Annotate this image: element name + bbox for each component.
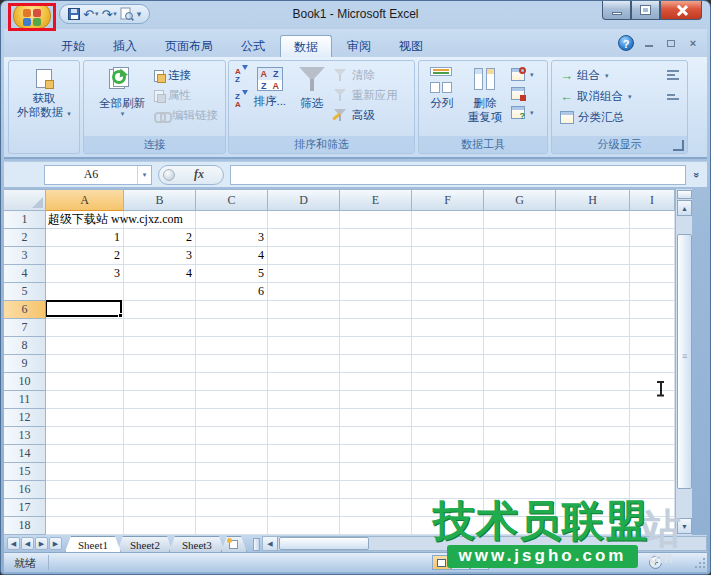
row-header-1[interactable]: 1 [4,211,46,229]
cell-A14[interactable] [46,445,124,463]
cell-H7[interactable] [556,319,630,337]
cell-I13[interactable] [630,427,675,445]
cell-H1[interactable] [556,211,630,229]
cell-G15[interactable] [484,463,556,481]
cell-A15[interactable] [46,463,124,481]
cell-E6[interactable] [340,301,412,319]
properties-button[interactable]: 属性 [154,88,218,103]
row-header-13[interactable]: 13 [4,427,46,445]
refresh-all-button[interactable]: 全部刷新 ▾ [92,61,152,136]
cell-B5[interactable] [124,283,196,301]
help-button[interactable]: ? [618,35,634,51]
cell-H11[interactable] [556,391,630,409]
cell-G9[interactable] [484,355,556,373]
cell-D17[interactable] [268,499,340,517]
cell-C18[interactable] [196,517,268,535]
cell-B13[interactable] [124,427,196,445]
cell-G7[interactable] [484,319,556,337]
edit-links-button[interactable]: 编辑链接 [154,108,218,123]
cell-G4[interactable] [484,265,556,283]
close-button[interactable] [660,1,702,20]
column-header-A[interactable]: A [46,189,124,211]
cell-C1[interactable] [196,211,268,229]
formula-input[interactable] [230,165,686,185]
cell-C3[interactable]: 4 [196,247,268,265]
cell-C8[interactable] [196,337,268,355]
cell-G2[interactable] [484,229,556,247]
cell-grid[interactable]: 超级下载站 www.cjxz.com 1232343456 [46,211,675,535]
cell-I2[interactable] [630,229,675,247]
cell-G1[interactable] [484,211,556,229]
cell-H4[interactable] [556,265,630,283]
select-all-corner[interactable] [4,189,46,211]
get-external-data-button[interactable]: 获取 外部数据 ▾ [9,61,79,121]
cell-C2[interactable]: 3 [196,229,268,247]
cell-D7[interactable] [268,319,340,337]
cell-E12[interactable] [340,409,412,427]
cell-B12[interactable] [124,409,196,427]
row-header-15[interactable]: 15 [4,463,46,481]
cell-A11[interactable] [46,391,124,409]
cell-D13[interactable] [268,427,340,445]
cell-F2[interactable] [412,229,484,247]
cell-D6[interactable] [268,301,340,319]
tab-split-handle[interactable] [253,538,260,551]
cell-B15[interactable] [124,463,196,481]
cell-E14[interactable] [340,445,412,463]
cell-B17[interactable] [124,499,196,517]
cell-F14[interactable] [412,445,484,463]
sort-ascending-button[interactable]: AZ [235,68,248,84]
scroll-up-button[interactable]: ▲ [677,200,692,216]
cell-C7[interactable] [196,319,268,337]
column-header-H[interactable]: H [556,189,630,211]
cell-I10[interactable] [630,373,675,391]
tab-data[interactable]: 数据 [280,35,332,57]
sheet-tab-sheet2[interactable]: Sheet2 [117,536,173,552]
cell-F9[interactable] [412,355,484,373]
cell-A5[interactable] [46,283,124,301]
cell-E13[interactable] [340,427,412,445]
cell-I8[interactable] [630,337,675,355]
next-sheet-button[interactable]: ▶ [35,537,48,550]
tab-page-layout[interactable]: 页面布局 [152,35,226,57]
cell-G6[interactable] [484,301,556,319]
cell-E9[interactable] [340,355,412,373]
cell-E1[interactable] [340,211,412,229]
column-header-B[interactable]: B [124,189,196,211]
cell-F6[interactable] [412,301,484,319]
column-header-C[interactable]: C [196,189,268,211]
cell-H13[interactable] [556,427,630,445]
cell-D4[interactable] [268,265,340,283]
cell-B2[interactable]: 2 [124,229,196,247]
hide-detail-button[interactable] [665,90,681,104]
remove-duplicates-button[interactable]: 删除重复项 [463,61,507,136]
column-header-E[interactable]: E [340,189,412,211]
cell-D18[interactable] [268,517,340,535]
cell-G8[interactable] [484,337,556,355]
cell-I3[interactable] [630,247,675,265]
insert-worksheet-button[interactable] [221,536,247,552]
cell-C15[interactable] [196,463,268,481]
cell-I1[interactable] [630,211,675,229]
cell-I12[interactable] [630,409,675,427]
cell-D1[interactable] [268,211,340,229]
sort-descending-button[interactable]: ZA [235,93,248,109]
cell-D12[interactable] [268,409,340,427]
name-box[interactable]: A6 ▾ [44,165,152,185]
cell-A3[interactable]: 2 [46,247,124,265]
cell-H14[interactable] [556,445,630,463]
cell-E17[interactable] [340,499,412,517]
advanced-filter-button[interactable]: 高级 [334,108,398,123]
cell-H8[interactable] [556,337,630,355]
connections-button[interactable]: 连接 [154,68,218,83]
cell-D2[interactable] [268,229,340,247]
cell-G11[interactable] [484,391,556,409]
cell-A2[interactable]: 1 [46,229,124,247]
save-button[interactable] [68,8,80,20]
insert-function-button[interactable]: fx [158,165,224,185]
dialog-launcher-icon[interactable] [673,140,684,151]
row-header-9[interactable]: 9 [4,355,46,373]
cell-G13[interactable] [484,427,556,445]
cell-E16[interactable] [340,481,412,499]
row-header-11[interactable]: 11 [4,391,46,409]
